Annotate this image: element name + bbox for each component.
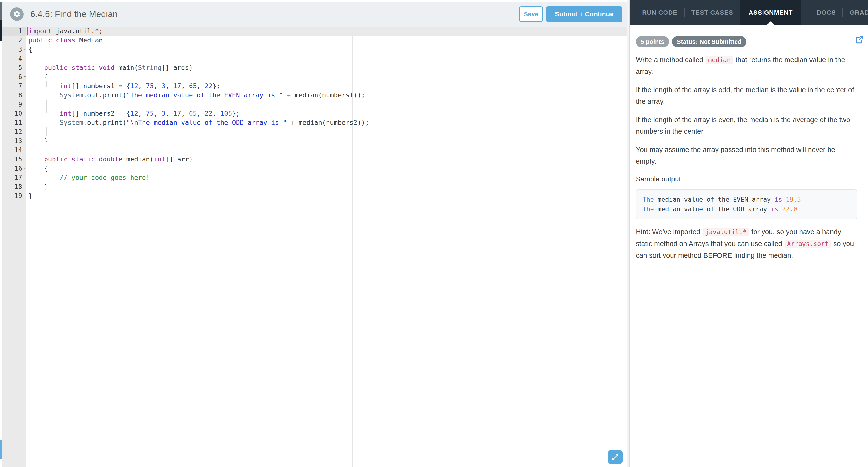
code-text — [26, 100, 28, 109]
line-number: 5 — [2, 63, 26, 72]
code-line: 5 public static void main(String[] args) — [2, 63, 627, 72]
line-number: 2 — [2, 36, 26, 45]
assignment-paragraph: If the length of the array is odd, the m… — [636, 84, 858, 107]
badges-row: 5 points Status: Not Submitted — [636, 36, 858, 47]
code-line: 12 — [2, 127, 627, 136]
fold-arrow-icon[interactable]: ▾ — [24, 164, 26, 173]
tab-docs[interactable]: DOCS — [810, 0, 842, 25]
line-number: 17 — [2, 173, 26, 182]
code-text: System.out.print("The median value of th… — [26, 91, 365, 100]
code-text: // your code goes here! — [26, 173, 150, 182]
code-line: 2public class Median — [2, 36, 627, 45]
external-link-icon — [855, 35, 864, 44]
line-number: 7 — [2, 82, 26, 91]
code-text: public class Median — [26, 36, 103, 45]
fold-arrow-icon[interactable]: ▾ — [24, 45, 26, 54]
sample-output-label: Sample output: — [636, 175, 858, 183]
line-number: 9 — [2, 100, 26, 109]
tab-assignment[interactable]: ASSIGNMENT — [740, 0, 801, 25]
line-number: 13 — [2, 136, 26, 146]
code-line: 17 // your code goes here! — [2, 173, 627, 182]
code-text: int[] numbers1 = {12, 75, 3, 17, 65, 22}… — [26, 82, 220, 91]
code-line: 1import java.util.*; — [2, 27, 627, 36]
assignment-panel: RUN CODETEST CASESASSIGNMENTDOCSGRADEMOR… — [629, 0, 868, 467]
inline-code: median — [706, 56, 733, 64]
code-text: } — [26, 136, 48, 146]
expand-editor-button[interactable] — [608, 450, 623, 464]
submit-continue-button[interactable]: Submit + Continue — [546, 6, 622, 22]
code-text: public static double median(int[] arr) — [26, 155, 193, 164]
assignment-body: 5 points Status: Not Submitted Write a m… — [629, 25, 868, 261]
code-lines: 1import java.util.*;2public class Median… — [2, 27, 627, 201]
tab-grade[interactable]: GRADE — [843, 0, 868, 25]
code-line: 7 int[] numbers1 = {12, 75, 3, 17, 65, 2… — [2, 82, 627, 91]
code-line: 10 int[] numbers2 = {12, 75, 3, 17, 65, … — [2, 109, 627, 118]
status-badge: Status: Not Submitted — [672, 36, 746, 47]
line-number: 3▾ — [2, 45, 26, 54]
code-line: 14 — [2, 146, 627, 155]
tab-test-cases[interactable]: TEST CASES — [685, 0, 740, 25]
line-number: 8 — [2, 91, 26, 100]
page-title: 6.4.6: Find the Median — [30, 9, 118, 19]
code-line: 11 System.out.print("\nThe median value … — [2, 118, 627, 127]
code-text: { — [26, 164, 48, 173]
code-line: 4 — [2, 54, 627, 63]
fold-arrow-icon[interactable]: ▾ — [24, 72, 26, 82]
code-line: 8 System.out.print("The median value of … — [2, 91, 627, 100]
line-number: 16▾ — [2, 164, 26, 173]
code-text — [26, 54, 28, 63]
line-number: 19 — [2, 191, 26, 201]
line-number: 14 — [2, 146, 26, 155]
points-badge: 5 points — [636, 36, 669, 47]
sample-output-line: The median value of the ODD array is 22.… — [643, 204, 851, 214]
code-text: { — [26, 72, 48, 82]
sample-output-line: The median value of the EVEN array is 19… — [643, 195, 851, 204]
code-line: 15 public static double median(int[] arr… — [2, 155, 627, 164]
line-number: 1 — [2, 27, 26, 36]
assignment-paragraph: You may assume the array passed into thi… — [636, 144, 858, 167]
left-edge-strip-top — [0, 2, 2, 20]
inline-code: Arrays.sort — [785, 240, 831, 248]
code-text: public static void main(String[] args) — [26, 63, 193, 72]
tab-run-code[interactable]: RUN CODE — [636, 0, 684, 25]
line-number: 4 — [2, 54, 26, 63]
save-button[interactable]: Save — [519, 6, 543, 22]
hint-text: Hint: We've imported java.util.* for you… — [636, 226, 858, 261]
code-text: System.out.print("\nThe median value of … — [26, 118, 369, 127]
code-text: import java.util.*; — [26, 27, 103, 36]
panel-tabbar: RUN CODETEST CASESASSIGNMENTDOCSGRADEMOR… — [629, 0, 868, 25]
expand-icon — [611, 453, 619, 461]
code-line: 9 — [2, 100, 627, 109]
code-text: } — [26, 182, 48, 191]
panel-divider[interactable] — [627, 0, 629, 467]
code-text — [26, 146, 28, 155]
sample-output-box: The median value of the EVEN array is 19… — [636, 189, 858, 219]
header-bar: 6.4.6: Find the Median Save Submit + Con… — [2, 2, 627, 27]
line-number: 11 — [2, 118, 26, 127]
left-edge-strip-dark — [0, 20, 2, 41]
left-edge-scroll-indicator[interactable] — [0, 440, 2, 459]
code-text: } — [26, 191, 32, 201]
assignment-paragraph: Write a method called median that return… — [636, 54, 858, 77]
line-number: 6▾ — [2, 72, 26, 82]
code-line: 19} — [2, 191, 627, 201]
code-line: 18 } — [2, 182, 627, 191]
codehs-editor-page: 6.4.6: Find the Median Save Submit + Con… — [0, 0, 868, 467]
code-line: 6▾ { — [2, 72, 627, 82]
code-text: { — [26, 45, 32, 54]
code-line: 13 } — [2, 136, 627, 146]
code-line: 16▾ { — [2, 164, 627, 173]
gear-icon[interactable] — [10, 7, 24, 21]
line-number: 10 — [2, 109, 26, 118]
inline-code: java.util.* — [703, 228, 749, 236]
assignment-description: Write a method called median that return… — [636, 54, 858, 167]
code-line: 3▾{ — [2, 45, 627, 54]
line-number: 15 — [2, 155, 26, 164]
text-cursor — [27, 27, 28, 35]
open-in-new-window-button[interactable] — [855, 35, 864, 44]
line-number: 12 — [2, 127, 26, 136]
code-text: int[] numbers2 = {12, 75, 3, 17, 65, 22,… — [26, 109, 240, 118]
assignment-paragraph: If the length of the array is even, the … — [636, 114, 858, 137]
code-editor[interactable]: 1import java.util.*;2public class Median… — [2, 27, 627, 467]
line-number: 18 — [2, 182, 26, 191]
